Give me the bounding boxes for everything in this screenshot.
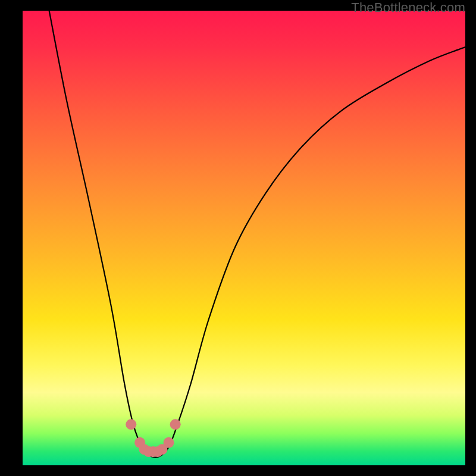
- marker-dot: [164, 437, 174, 448]
- watermark-text: TheBottleneck.com: [351, 0, 465, 15]
- marker-dot: [126, 419, 136, 430]
- chart-frame: TheBottleneck.com: [0, 0, 476, 476]
- marker-dot: [170, 419, 181, 430]
- bottleneck-curve: [23, 11, 465, 465]
- chart-plot-area: [23, 11, 465, 465]
